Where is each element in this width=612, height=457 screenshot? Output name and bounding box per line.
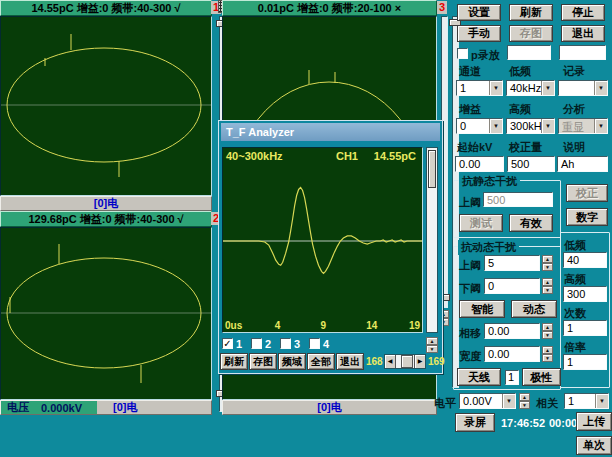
lower-threshold-spinner[interactable]: ▲▼	[542, 278, 553, 294]
tf-page-right: 169	[428, 356, 445, 367]
valid-button[interactable]: 有效	[509, 214, 553, 232]
count-field[interactable]: 1	[563, 320, 607, 336]
screen-record-button[interactable]: 录屏	[455, 413, 495, 432]
tf-hscrollbar[interactable]: ◀ ▶	[384, 354, 426, 369]
tf-save-image-button[interactable]: 存图	[249, 353, 277, 370]
upper-threshold1-field[interactable]: 500	[483, 192, 553, 207]
tf-analyzer-window: T_F Analyzer 40~300kHz CH1 14.55pC 0us 4…	[218, 120, 443, 374]
upload-button[interactable]: 上传	[576, 412, 612, 431]
calibrate-button[interactable]: 校正	[566, 184, 608, 202]
smart-button[interactable]: 智能	[459, 300, 505, 318]
settings-button[interactable]: 设置	[457, 4, 501, 21]
tf-page-left: 168	[366, 356, 383, 367]
calamount-field[interactable]: 500	[507, 156, 555, 172]
tf-checkbox-ch4[interactable]	[309, 338, 320, 349]
tf-spin-up-icon[interactable]: ▲	[426, 337, 438, 345]
voltage-chip: 电压 0.000kV	[1, 401, 97, 414]
antenna-count-field[interactable]: 1	[505, 370, 519, 385]
channel-combo[interactable]: 1▼	[456, 80, 503, 96]
tf-plot: 40~300kHz CH1 14.55pC 0us 4 9 14 19	[222, 147, 423, 333]
combo-arrow-icon: ▼	[595, 394, 608, 408]
antenna-button[interactable]: 天线	[457, 368, 501, 386]
combo-arrow-icon: ▼	[489, 119, 502, 133]
combo-arrow-icon: ▼	[541, 119, 554, 133]
tf-tick-4: 19	[409, 320, 420, 331]
analysis-combo[interactable]: 重显▼	[558, 118, 608, 134]
file-display-1	[507, 45, 551, 60]
tf-scroll-left-icon[interactable]: ◀	[385, 355, 396, 368]
panel2-footer-label: [0]电	[113, 400, 137, 415]
tf-all-button[interactable]: 全部	[307, 353, 335, 370]
tf-hscroll-thumb[interactable]	[401, 355, 413, 368]
tf-check-label-1: 1	[236, 338, 242, 350]
tf-checkbox-ch2[interactable]	[251, 338, 262, 349]
digital-button[interactable]: 数字	[566, 208, 608, 226]
upper-threshold2-field[interactable]: 5	[484, 255, 540, 271]
tf-checkbox-ch3[interactable]	[280, 338, 291, 349]
ratio-field[interactable]: 1	[563, 354, 607, 370]
combo-arrow-icon: ▼	[594, 81, 607, 95]
tf-vscroll-thumb[interactable]	[428, 150, 436, 188]
lower-threshold-field[interactable]: 0	[484, 278, 540, 294]
startkv-label: 起始kV	[457, 140, 492, 155]
tf-refresh-button[interactable]: 刷新	[220, 353, 248, 370]
antistatic-group-title: 抗静态干扰	[459, 174, 520, 189]
phase-shift-field[interactable]: 0.00	[484, 323, 540, 339]
tf-exit-button[interactable]: 退出	[336, 353, 364, 370]
highfreq-combo[interactable]: 300kHz▼	[506, 118, 555, 134]
tf-spin-down-icon[interactable]: ▼	[426, 345, 438, 353]
exit-button[interactable]: 退出	[561, 25, 605, 42]
startkv-field[interactable]: 0.00	[455, 156, 504, 172]
refresh-button[interactable]: 刷新	[509, 4, 553, 21]
gain-combo[interactable]: 0▼	[456, 118, 503, 134]
playback-checkbox[interactable]	[457, 48, 468, 59]
manual-button[interactable]: 手动	[457, 25, 501, 42]
dynamic-button[interactable]: 动态	[511, 300, 557, 318]
tf-freq-label: 40~300kHz	[226, 150, 283, 162]
tf-waveform	[223, 148, 422, 332]
lower-threshold-label: 下阈	[459, 281, 481, 296]
correlation-combo[interactable]: 1▼	[564, 393, 609, 409]
tf-spinner[interactable]: ▲ ▼	[426, 337, 438, 351]
spin-down-icon: ▼	[519, 401, 530, 409]
test-button[interactable]: 测试	[459, 214, 503, 232]
single-shot-button[interactable]: 单次	[576, 436, 612, 455]
calamount-label: 校正量	[509, 140, 542, 155]
lowfreq2-field[interactable]: 40	[563, 252, 607, 268]
combo-arrow-icon: ▼	[502, 394, 515, 408]
save-image-button[interactable]: 存图	[509, 25, 553, 42]
tf-vscrollbar[interactable]	[426, 147, 438, 333]
spin-down-icon: ▼	[542, 331, 553, 339]
phase-shift-label: 相移	[459, 326, 481, 341]
panel2-footer: 电压 0.000kV [0]电	[0, 400, 212, 415]
analysis-label: 分析	[563, 102, 585, 117]
tf-scroll-right-icon[interactable]: ▶	[414, 355, 425, 368]
panel1-ellipse-trace	[1, 17, 211, 195]
record-combo[interactable]: ▼	[558, 80, 608, 96]
upper-threshold2-spinner[interactable]: ▲▼	[542, 255, 553, 271]
tf-freq-domain-button[interactable]: 频域	[278, 353, 306, 370]
stop-button[interactable]: 停止	[561, 4, 605, 21]
correlation-label: 相关	[536, 396, 558, 411]
tf-titlebar[interactable]: T_F Analyzer	[221, 123, 440, 141]
tf-checkbox-ch1[interactable]: ✓	[222, 338, 233, 349]
highfreq2-label: 高频	[564, 272, 586, 287]
tf-value-label: 14.55pC	[374, 150, 416, 162]
panel1-scope	[0, 16, 212, 196]
combo-arrow-icon: ▼	[489, 81, 502, 95]
ratio-label: 倍率	[564, 340, 586, 355]
width-spinner[interactable]: ▲▼	[542, 346, 553, 362]
lowfreq-combo[interactable]: 40kHz▼	[506, 80, 555, 96]
panel3-header: 0.01pC 增益:0 频带:20-100 ×	[222, 0, 437, 16]
width-label: 宽度	[459, 349, 481, 364]
phase-shift-spinner[interactable]: ▲▼	[542, 323, 553, 339]
highfreq2-field[interactable]: 300	[563, 286, 607, 302]
polarity-button[interactable]: 极性	[522, 368, 561, 386]
level-combo[interactable]: 0.00V▼	[459, 393, 516, 409]
note-field[interactable]: Ah	[557, 156, 608, 172]
level-spinner[interactable]: ▲▼	[519, 393, 530, 409]
width-field[interactable]: 0.00	[484, 346, 540, 362]
voltage-label: 电压	[7, 400, 29, 415]
channel-label: 通道	[459, 64, 481, 79]
voltage-value: 0.000kV	[41, 402, 82, 414]
